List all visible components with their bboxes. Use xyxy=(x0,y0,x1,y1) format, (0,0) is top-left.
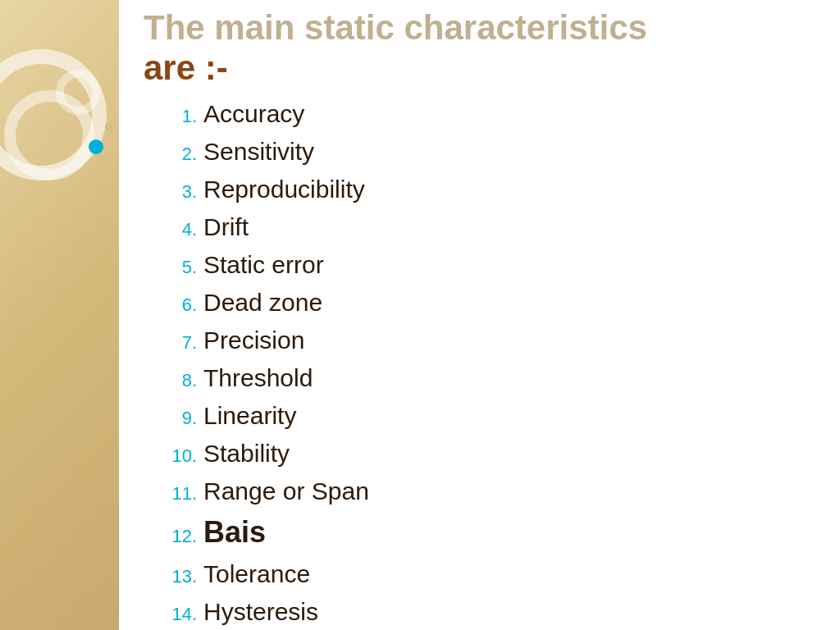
left-sidebar xyxy=(0,0,119,630)
blue-dot xyxy=(89,139,103,154)
deco-circle-small xyxy=(56,70,101,115)
item-number: 14. xyxy=(160,602,197,628)
item-number: 12. xyxy=(160,524,197,550)
item-text: Drift xyxy=(203,210,249,244)
item-text: Threshold xyxy=(203,361,313,395)
slide-title-bottom: are :- xyxy=(144,48,815,89)
item-text: Range or Span xyxy=(203,474,369,509)
item-text: Static error xyxy=(203,248,324,282)
item-text: Accuracy xyxy=(203,97,304,131)
item-text: Hysteresis xyxy=(203,595,318,629)
item-number: 13. xyxy=(160,564,197,590)
item-text: Bais xyxy=(203,512,266,553)
item-number: 8. xyxy=(160,368,197,394)
list-item: 12.Bais xyxy=(160,512,815,553)
item-number: 9. xyxy=(160,406,197,431)
item-text: Precision xyxy=(203,323,304,358)
list-item: 13.Tolerance xyxy=(160,557,815,591)
list-item: 8.Threshold xyxy=(160,361,815,395)
slide-container: The main static characteristics are :- 1… xyxy=(0,0,840,630)
list-item: 11.Range or Span xyxy=(160,474,815,509)
item-number: 3. xyxy=(160,180,197,205)
item-number: 6. xyxy=(160,293,197,318)
item-text: Tolerance xyxy=(203,557,310,591)
list-item: 1.Accuracy xyxy=(160,97,815,131)
item-number: 10. xyxy=(160,444,197,469)
item-text: Stability xyxy=(203,436,290,471)
list-item: 4.Drift xyxy=(160,210,815,244)
item-text: Sensitivity xyxy=(203,135,314,169)
slide-title-top: The main static characteristics xyxy=(144,8,815,48)
characteristics-list: 1.Accuracy2.Sensitivity3.Reproducibility… xyxy=(160,97,815,628)
item-text: Dead zone xyxy=(203,285,322,320)
item-number: 1. xyxy=(160,104,197,130)
item-number: 11. xyxy=(160,482,197,507)
item-number: 7. xyxy=(160,331,197,356)
item-number: 2. xyxy=(160,142,197,167)
slide-title-area: The main static characteristics are :- xyxy=(144,8,815,89)
main-content: The main static characteristics are :- 1… xyxy=(119,0,840,630)
list-item: 2.Sensitivity xyxy=(160,135,815,169)
deco-dot-small xyxy=(105,123,112,130)
list-item: 14.Hysteresis xyxy=(160,595,815,629)
item-number: 5. xyxy=(160,255,197,281)
list-item: 6.Dead zone xyxy=(160,285,815,320)
list-item: 9.Linearity xyxy=(160,399,815,433)
list-item: 5.Static error xyxy=(160,248,815,282)
list-item: 3.Reproducibility xyxy=(160,172,815,207)
list-item: 7.Precision xyxy=(160,323,815,358)
item-text: Linearity xyxy=(203,399,296,433)
item-text: Reproducibility xyxy=(203,172,365,207)
item-number: 4. xyxy=(160,217,197,243)
list-item: 10.Stability xyxy=(160,436,815,471)
